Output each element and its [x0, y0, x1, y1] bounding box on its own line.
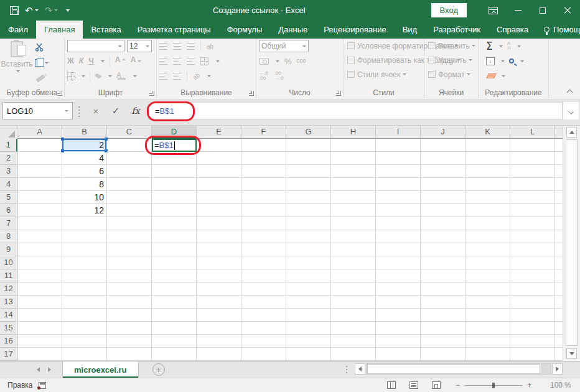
- cell-F8[interactable]: [241, 230, 286, 243]
- cell-partial-15[interactable]: [555, 322, 562, 335]
- cell-A2[interactable]: [17, 152, 62, 165]
- cell-C10[interactable]: [107, 256, 152, 269]
- cell-H10[interactable]: [331, 256, 376, 269]
- cell-G8[interactable]: [286, 230, 331, 243]
- cell-E14[interactable]: [197, 309, 241, 322]
- tab-data[interactable]: Данные: [270, 21, 316, 39]
- cell-L1[interactable]: [510, 139, 555, 152]
- minimize-button[interactable]: [505, 0, 530, 21]
- cut-button[interactable]: [32, 41, 62, 54]
- cell-B10[interactable]: [62, 256, 107, 269]
- cell-B4[interactable]: 8: [62, 178, 107, 191]
- sign-in-button[interactable]: Вход: [431, 3, 467, 17]
- cell-F4[interactable]: [241, 178, 286, 191]
- fill-color-icon[interactable]: [95, 73, 102, 79]
- cell-J9[interactable]: [421, 243, 465, 256]
- new-sheet-button[interactable]: +: [152, 363, 165, 376]
- cell-partial-7[interactable]: [555, 217, 562, 230]
- row-header-8[interactable]: 8: [0, 230, 17, 243]
- column-header-K[interactable]: K: [465, 126, 510, 139]
- cell-K16[interactable]: [465, 335, 510, 348]
- cell-E9[interactable]: [197, 243, 241, 256]
- cell-I8[interactable]: [376, 230, 421, 243]
- zoom-slider[interactable]: [465, 385, 522, 386]
- cell-F10[interactable]: [241, 256, 286, 269]
- cell-H3[interactable]: [331, 165, 376, 178]
- cell-E11[interactable]: [197, 269, 241, 282]
- cell-F15[interactable]: [241, 322, 286, 335]
- row-header-5[interactable]: 5: [0, 191, 17, 204]
- cell-I2[interactable]: [376, 152, 421, 165]
- cell-J7[interactable]: [421, 217, 465, 230]
- row-header-1[interactable]: 1: [0, 139, 17, 152]
- scroll-up-button[interactable]: [566, 127, 577, 138]
- cell-J15[interactable]: [421, 322, 465, 335]
- cell-G13[interactable]: [286, 296, 331, 309]
- tab-view[interactable]: Вид: [395, 21, 426, 39]
- tab-review[interactable]: Рецензирование: [316, 21, 394, 39]
- cell-B13[interactable]: [62, 296, 107, 309]
- column-header-L[interactable]: L: [510, 126, 555, 139]
- delete-cells-button[interactable]: Удалить: [424, 53, 478, 67]
- cell-B12[interactable]: [62, 282, 107, 296]
- cell-B8[interactable]: [62, 230, 107, 243]
- insert-function-button[interactable]: fx: [127, 102, 144, 119]
- cell-F9[interactable]: [241, 243, 286, 256]
- tab-formulas[interactable]: Формулы: [219, 21, 271, 39]
- cell-L17[interactable]: [510, 348, 555, 361]
- cell-B7[interactable]: [62, 217, 107, 230]
- zoom-out-button[interactable]: −: [456, 381, 460, 390]
- cell-partial-5[interactable]: [555, 191, 562, 204]
- cell-H8[interactable]: [331, 230, 376, 243]
- page-layout-view-icon[interactable]: [409, 381, 418, 389]
- cell-C13[interactable]: [107, 296, 152, 309]
- formula-bar-grip[interactable]: [78, 106, 80, 108]
- cell-F11[interactable]: [241, 269, 286, 282]
- cell-I16[interactable]: [376, 335, 421, 348]
- underline-dropdown[interactable]: [101, 60, 105, 64]
- cell-J1[interactable]: [421, 139, 465, 152]
- cell-A6[interactable]: [17, 204, 62, 217]
- cell-E1[interactable]: [197, 139, 241, 152]
- font-dialog-launcher[interactable]: [149, 91, 154, 96]
- comma-style-button[interactable]: 000: [297, 58, 306, 64]
- cell-C8[interactable]: [107, 230, 152, 243]
- cell-B6[interactable]: 12: [62, 204, 107, 217]
- column-header-partial[interactable]: [555, 126, 562, 139]
- tab-insert[interactable]: Вставка: [83, 21, 129, 39]
- cell-E10[interactable]: [197, 256, 241, 269]
- cell-C3[interactable]: [107, 165, 152, 178]
- cell-E17[interactable]: [197, 348, 241, 361]
- cell-A3[interactable]: [17, 165, 62, 178]
- cell-A11[interactable]: [17, 269, 62, 282]
- cell-J5[interactable]: [421, 191, 465, 204]
- align-bottom-icon[interactable]: [187, 43, 195, 50]
- cell-K13[interactable]: [465, 296, 510, 309]
- cell-K2[interactable]: [465, 152, 510, 165]
- cell-H17[interactable]: [331, 348, 376, 361]
- cell-partial-3[interactable]: [555, 165, 562, 178]
- percent-style-button[interactable]: %: [284, 57, 292, 66]
- orientation-dropdown[interactable]: [207, 75, 211, 79]
- cell-L7[interactable]: [510, 217, 555, 230]
- cell-G6[interactable]: [286, 204, 331, 217]
- cell-H12[interactable]: [331, 282, 376, 296]
- cell-D5[interactable]: [152, 191, 197, 204]
- cell-G2[interactable]: [286, 152, 331, 165]
- record-macro-icon[interactable]: [39, 382, 46, 389]
- scroll-left-button[interactable]: [355, 363, 365, 375]
- cell-H9[interactable]: [331, 243, 376, 256]
- cell-partial-2[interactable]: [555, 152, 562, 165]
- cell-partial-11[interactable]: [555, 269, 562, 282]
- cell-C14[interactable]: [107, 309, 152, 322]
- format-painter-button[interactable]: [32, 72, 62, 85]
- cell-C16[interactable]: [107, 335, 152, 348]
- alignment-dialog-launcher[interactable]: [249, 91, 254, 96]
- row-header-9[interactable]: 9: [0, 243, 17, 256]
- cell-F5[interactable]: [241, 191, 286, 204]
- cell-B11[interactable]: [62, 269, 107, 282]
- cell-L2[interactable]: [510, 152, 555, 165]
- cell-I6[interactable]: [376, 204, 421, 217]
- cell-A5[interactable]: [17, 191, 62, 204]
- cell-J16[interactable]: [421, 335, 465, 348]
